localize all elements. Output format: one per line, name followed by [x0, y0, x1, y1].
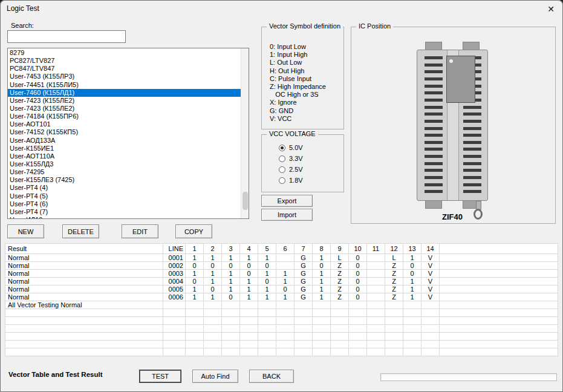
pin-cell — [367, 278, 385, 286]
pin-cell — [295, 348, 313, 356]
search-label: Search: — [11, 22, 34, 29]
radio-icon — [279, 155, 285, 162]
scrollbar-thumb[interactable] — [242, 192, 248, 210]
vector-symbol-line: 0: Input Low — [270, 43, 326, 51]
vcc-option-5.0v[interactable]: 5.0V — [279, 142, 303, 153]
vector-row[interactable]: Normal0006110111G1Z0Z1V — [5, 293, 558, 301]
pin-cell — [403, 341, 421, 348]
vector-row[interactable] — [5, 309, 558, 317]
vector-row[interactable] — [5, 325, 558, 333]
chip-list-item[interactable]: 8279 — [8, 49, 241, 57]
chip-list-item[interactable]: User-РТ4 (4) — [8, 184, 241, 192]
column-header: 2 — [204, 244, 222, 254]
back-button[interactable]: BACK — [249, 370, 294, 383]
chip-list-item[interactable]: PC847/LTV847 — [8, 65, 241, 73]
pin-cell: V — [421, 262, 440, 270]
chip-list-scrollbar[interactable] — [241, 48, 249, 218]
vector-symbol-line: H: Out High — [270, 67, 326, 75]
vector-row[interactable]: All Vector Testing Normal — [5, 301, 558, 309]
line-cell — [163, 348, 186, 356]
vector-row[interactable]: Normal0004011101G1Z0Z1V — [5, 278, 558, 286]
edit-button[interactable]: EDIT — [122, 224, 158, 238]
pin-cell: 1 — [403, 254, 421, 262]
chip-list-item[interactable]: User-74184 (К155ПР6) — [8, 113, 241, 120]
pin-cell: 1 — [313, 293, 331, 301]
pin-cell: 1 — [186, 254, 204, 262]
chip-list[interactable]: 8279PC827/LTV827PC847/LTV847User-7453 (К… — [7, 48, 249, 219]
close-button[interactable]: ✕ — [542, 2, 560, 16]
pin-cell — [331, 309, 349, 317]
pin-cell: 0 — [258, 262, 276, 270]
chip-list-item[interactable]: User-РТ4 (7) — [8, 208, 241, 216]
column-header — [440, 244, 558, 254]
export-button[interactable]: Export — [261, 195, 313, 207]
ic-position-groupbox: IC Position ZIF40 — [351, 27, 556, 224]
radio-label: 1.8V — [289, 177, 303, 184]
chip-list-item[interactable]: PC827/LTV827 — [8, 57, 241, 65]
pin-cell — [276, 333, 295, 341]
pin-cell — [204, 341, 222, 348]
chip-list-item[interactable]: User-74451 (К155ЛИ5) — [8, 81, 241, 89]
pin-cell: Z — [385, 262, 403, 270]
column-header: 11 — [367, 244, 385, 254]
import-button[interactable]: Import — [261, 209, 313, 221]
new-button[interactable]: NEW — [7, 224, 44, 238]
chip-list-item[interactable]: User-7460 (К155ЛД1) — [8, 89, 241, 97]
pin-cell: 1 — [276, 293, 295, 301]
pin-cell: 1 — [313, 254, 331, 262]
search-input[interactable] — [7, 30, 126, 43]
socket-pin-slots-left — [425, 56, 443, 197]
vector-symbol-lines: 0: Input Low1: Input HighL: Out LowH: Ou… — [270, 43, 326, 123]
pin-cell — [295, 309, 313, 317]
pin-cell — [367, 317, 385, 325]
pin-cell — [222, 333, 240, 341]
chip-list-item[interactable]: User-74152 (К155КП5) — [8, 128, 241, 136]
filler-cell — [440, 270, 558, 278]
pin-cell: 0 — [313, 262, 331, 270]
chip-list-item[interactable]: User-7423 (К155ЛЕ2) — [8, 97, 241, 105]
chip-list-item[interactable]: User-К155ИЕ1 — [8, 145, 241, 152]
vcc-option-2.5v[interactable]: 2.5V — [279, 164, 303, 175]
pin-cell — [403, 333, 421, 341]
pin-cell: 1 — [222, 254, 240, 262]
chip-list-item[interactable]: User-74295 — [8, 168, 241, 176]
pin-cell — [258, 301, 276, 309]
vector-row[interactable]: Normal0005101110G1Z0Z1V — [5, 286, 558, 293]
column-header: 4 — [240, 244, 258, 254]
chip-list-item[interactable]: User-РТ4 (5) — [8, 192, 241, 200]
test-button[interactable]: TEST — [139, 370, 181, 383]
pin-cell — [240, 325, 258, 333]
chip-list-item[interactable]: User-РТ4 (6) — [8, 200, 241, 208]
pin-cell: 1 — [222, 278, 240, 286]
chip-list-item[interactable]: User-7423 (К155ЛЕ2) — [8, 105, 241, 113]
chip-list-item[interactable]: User-АОТ110А — [8, 152, 241, 160]
chip-list-item[interactable]: User-АОД133А — [8, 137, 241, 145]
chip-list-item[interactable]: User-АОТ101 — [8, 120, 241, 128]
vector-row[interactable] — [5, 348, 558, 356]
vcc-option-3.3v[interactable]: 3.3V — [279, 153, 303, 164]
chip-list-item[interactable]: User-7453 (К155ЛР3) — [8, 73, 241, 80]
vcc-option-1.8v[interactable]: 1.8V — [279, 175, 303, 186]
delete-button[interactable]: DELETE — [62, 224, 99, 238]
vector-row[interactable] — [5, 317, 558, 325]
result-cell — [5, 325, 163, 333]
vector-row[interactable] — [5, 341, 558, 348]
vector-row[interactable]: Normal000200000G0Z0Z0V — [5, 262, 558, 270]
chip-list-item[interactable]: User-К155ЛД3 — [8, 160, 241, 168]
vector-symbol-line: V: VCC — [270, 115, 326, 123]
chip-list-item[interactable]: User-ИД10 — [8, 216, 241, 218]
vector-row[interactable]: Normal0003111011G1Z0Z0V — [5, 270, 558, 278]
vector-row[interactable] — [5, 333, 558, 341]
copy-button[interactable]: COPY — [175, 224, 212, 238]
pin-cell: 1 — [258, 254, 276, 262]
column-header: 7 — [295, 244, 313, 254]
auto-find-button[interactable]: Auto Find — [192, 370, 238, 383]
result-cell — [5, 348, 163, 356]
pin-cell — [240, 309, 258, 317]
ic-position-title: IC Position — [356, 22, 393, 30]
vector-row[interactable]: Normal000111111G1L0L1V — [5, 254, 558, 262]
chip-list-item[interactable]: User-К155ЛЕ3 (7425) — [8, 176, 241, 184]
pin-cell — [258, 341, 276, 348]
pin-cell — [258, 317, 276, 325]
pin-cell: V — [421, 293, 440, 301]
